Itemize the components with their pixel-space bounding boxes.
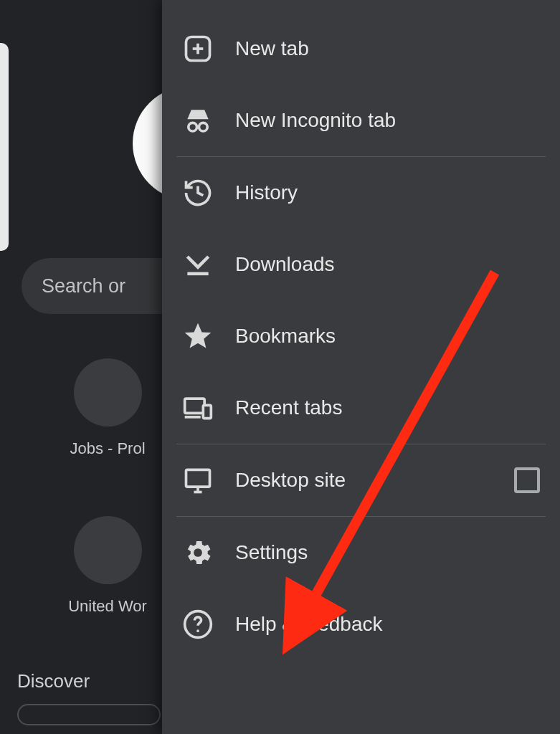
help-icon bbox=[182, 609, 214, 640]
overflow-menu: New tab New Incognito tab History bbox=[162, 0, 560, 734]
shortcut-label: United Wor bbox=[54, 597, 161, 616]
menu-item-recent-tabs[interactable]: Recent tabs bbox=[162, 372, 560, 444]
desktop-icon bbox=[182, 464, 214, 496]
plus-square-icon bbox=[182, 33, 214, 65]
menu-item-downloads[interactable]: Downloads bbox=[162, 229, 560, 300]
svg-rect-8 bbox=[185, 399, 205, 413]
shortcut-tile-1[interactable]: Jobs - Prol bbox=[54, 358, 161, 458]
svg-point-3 bbox=[189, 123, 197, 131]
star-icon bbox=[182, 320, 214, 352]
menu-item-label: Help & feedback bbox=[235, 613, 382, 636]
menu-item-label: New tab bbox=[235, 37, 309, 60]
svg-rect-11 bbox=[186, 470, 210, 487]
gear-icon bbox=[182, 537, 214, 568]
discover-card[interactable] bbox=[17, 704, 161, 725]
svg-point-14 bbox=[194, 548, 202, 557]
menu-item-help-feedback[interactable]: Help & feedback bbox=[162, 588, 560, 660]
download-icon bbox=[182, 249, 214, 280]
menu-item-label: Settings bbox=[235, 541, 308, 564]
shortcut-label: Jobs - Prol bbox=[54, 439, 161, 458]
menu-item-label: History bbox=[235, 181, 298, 204]
menu-item-bookmarks[interactable]: Bookmarks bbox=[162, 300, 560, 372]
search-placeholder-text: Search or bbox=[42, 275, 125, 297]
menu-item-new-tab[interactable]: New tab bbox=[162, 13, 560, 85]
svg-marker-7 bbox=[185, 323, 212, 348]
menu-item-new-incognito-tab[interactable]: New Incognito tab bbox=[162, 85, 560, 156]
incognito-icon bbox=[182, 105, 214, 136]
menu-item-settings[interactable]: Settings bbox=[162, 517, 560, 588]
menu-item-label: Bookmarks bbox=[235, 325, 336, 348]
menu-item-label: Downloads bbox=[235, 253, 335, 276]
menu-item-label: New Incognito tab bbox=[235, 109, 396, 132]
desktop-site-checkbox[interactable] bbox=[514, 467, 540, 493]
svg-rect-10 bbox=[203, 405, 211, 418]
svg-point-4 bbox=[199, 123, 207, 131]
menu-item-desktop-site[interactable]: Desktop site bbox=[162, 444, 560, 516]
shortcut-favicon-circle bbox=[74, 358, 142, 426]
shortcut-favicon-circle bbox=[74, 516, 142, 584]
history-icon bbox=[182, 177, 214, 209]
menu-item-label: Desktop site bbox=[235, 469, 346, 492]
menu-item-history[interactable]: History bbox=[162, 157, 560, 229]
menu-item-label: Recent tabs bbox=[235, 396, 342, 419]
shortcut-tile-2[interactable]: United Wor bbox=[54, 516, 161, 616]
discover-heading: Discover bbox=[17, 670, 90, 692]
svg-point-16 bbox=[196, 629, 199, 632]
devices-icon bbox=[182, 392, 214, 424]
left-edge-strip bbox=[0, 43, 9, 251]
